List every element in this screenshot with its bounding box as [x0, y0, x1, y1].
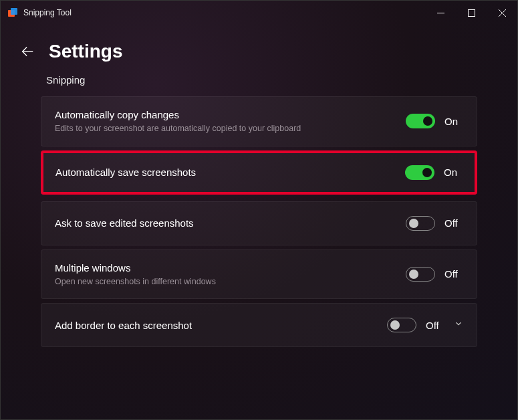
section-label: Snipping	[41, 74, 477, 86]
toggle-group: Off	[406, 216, 463, 231]
setting-text: Ask to save edited screenshots	[55, 216, 406, 230]
setting-title: Automatically copy changes	[55, 108, 406, 122]
toggle-switch[interactable]	[406, 267, 435, 282]
toggle-knob	[390, 320, 400, 330]
toggle-state-label: Off	[444, 217, 463, 229]
toggle-group: Off	[406, 267, 463, 282]
toggle-switch[interactable]	[406, 114, 435, 128]
window-controls	[425, 1, 517, 25]
settings-list: Automatically copy changesEdits to your …	[41, 96, 477, 347]
toggle-group: On	[405, 165, 463, 180]
setting-text: Automatically copy changesEdits to your …	[55, 108, 406, 135]
setting-row[interactable]: Multiple windowsOpen new screenshots in …	[41, 249, 477, 300]
toggle-knob	[409, 270, 418, 279]
app-icon	[7, 7, 18, 18]
toggle-group: On	[406, 114, 463, 128]
toggle-switch[interactable]	[406, 216, 435, 231]
toggle-state-label: On	[444, 167, 463, 178]
toggle-state-label: On	[444, 116, 463, 127]
toggle-switch[interactable]	[405, 165, 434, 180]
toggle-state-label: Off	[426, 320, 444, 331]
setting-title: Ask to save edited screenshots	[55, 216, 406, 230]
setting-text: Multiple windowsOpen new screenshots in …	[55, 261, 406, 288]
content: Snipping Automatically copy changesEdits…	[1, 74, 517, 347]
setting-desc: Edits to your screenshot are automatical…	[55, 123, 322, 135]
back-button[interactable]	[19, 43, 35, 60]
minimize-button[interactable]	[425, 1, 456, 25]
toggle-group: Off	[387, 318, 444, 332]
setting-row[interactable]: Automatically copy changesEdits to your …	[41, 96, 477, 146]
svg-rect-3	[468, 9, 475, 16]
chevron-down-icon[interactable]	[454, 319, 463, 331]
setting-text: Automatically save screenshots	[55, 165, 405, 179]
setting-title: Automatically save screenshots	[55, 165, 405, 179]
toggle-state-label: Off	[444, 268, 463, 280]
toggle-knob	[422, 168, 432, 177]
setting-text: Add border to each screenshot	[55, 318, 387, 332]
svg-rect-1	[11, 8, 17, 15]
close-button[interactable]	[487, 1, 517, 25]
setting-row[interactable]: Automatically save screenshotsOn	[41, 150, 477, 195]
window-title: Snipping Tool	[23, 8, 425, 17]
toggle-knob	[409, 219, 418, 228]
setting-title: Multiple windows	[55, 261, 406, 275]
setting-row[interactable]: Add border to each screenshotOff	[41, 303, 477, 347]
titlebar: Snipping Tool	[1, 1, 517, 25]
toggle-switch[interactable]	[387, 318, 416, 332]
maximize-button[interactable]	[456, 1, 487, 25]
setting-row[interactable]: Ask to save edited screenshotsOff	[41, 201, 477, 245]
setting-desc: Open new screenshots in different window…	[55, 276, 322, 288]
toggle-knob	[423, 116, 432, 126]
page-title: Settings	[49, 41, 122, 62]
setting-title: Add border to each screenshot	[55, 318, 387, 332]
header: Settings	[1, 25, 517, 74]
